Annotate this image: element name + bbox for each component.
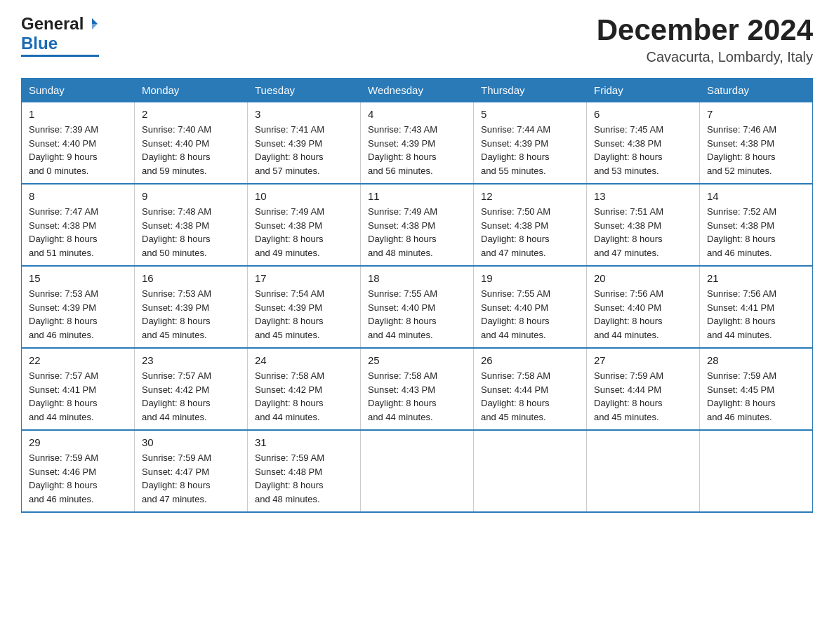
day-cell <box>587 430 700 512</box>
day-info: Sunrise: 7:54 AMSunset: 4:39 PMDaylight:… <box>255 287 353 342</box>
day-cell: 20Sunrise: 7:56 AMSunset: 4:40 PMDayligh… <box>587 266 700 348</box>
day-info: Sunrise: 7:46 AMSunset: 4:38 PMDaylight:… <box>707 123 805 177</box>
day-cell: 21Sunrise: 7:56 AMSunset: 4:41 PMDayligh… <box>700 266 813 348</box>
day-cell: 8Sunrise: 7:47 AMSunset: 4:38 PMDaylight… <box>22 184 135 266</box>
day-info: Sunrise: 7:58 AMSunset: 4:44 PMDaylight:… <box>481 369 579 424</box>
day-info: Sunrise: 7:53 AMSunset: 4:39 PMDaylight:… <box>29 287 127 342</box>
page-header: General Blue December 2024 Cavacurta, Lo… <box>21 14 813 65</box>
svg-marker-0 <box>92 18 98 24</box>
day-number: 31 <box>255 436 353 448</box>
week-row-5: 29Sunrise: 7:59 AMSunset: 4:46 PMDayligh… <box>22 430 813 512</box>
day-number: 22 <box>29 354 127 366</box>
day-number: 21 <box>707 272 805 284</box>
day-cell: 2Sunrise: 7:40 AMSunset: 4:40 PMDaylight… <box>135 102 248 185</box>
day-number: 15 <box>29 272 127 284</box>
day-cell: 14Sunrise: 7:52 AMSunset: 4:38 PMDayligh… <box>700 184 813 266</box>
day-info: Sunrise: 7:59 AMSunset: 4:46 PMDaylight:… <box>29 451 127 506</box>
day-number: 30 <box>142 436 240 448</box>
logo-container: General Blue <box>21 14 99 57</box>
header-day-sunday: Sunday <box>22 79 135 102</box>
header-day-saturday: Saturday <box>700 79 813 102</box>
header-day-thursday: Thursday <box>474 79 587 102</box>
day-number: 3 <box>255 108 353 120</box>
logo-top-line: General <box>21 14 99 34</box>
day-cell: 25Sunrise: 7:58 AMSunset: 4:43 PMDayligh… <box>361 348 474 430</box>
day-info: Sunrise: 7:50 AMSunset: 4:38 PMDaylight:… <box>481 205 579 260</box>
day-number: 24 <box>255 354 353 366</box>
day-cell: 22Sunrise: 7:57 AMSunset: 4:41 PMDayligh… <box>22 348 135 430</box>
day-number: 19 <box>481 272 579 284</box>
day-cell: 15Sunrise: 7:53 AMSunset: 4:39 PMDayligh… <box>22 266 135 348</box>
day-cell: 17Sunrise: 7:54 AMSunset: 4:39 PMDayligh… <box>248 266 361 348</box>
day-info: Sunrise: 7:52 AMSunset: 4:38 PMDaylight:… <box>707 205 805 260</box>
week-row-3: 15Sunrise: 7:53 AMSunset: 4:39 PMDayligh… <box>22 266 813 348</box>
page-title: December 2024 <box>597 14 813 46</box>
logo-bottom-line: Blue <box>21 34 99 53</box>
day-number: 4 <box>368 108 466 120</box>
day-number: 8 <box>29 190 127 202</box>
day-cell: 6Sunrise: 7:45 AMSunset: 4:38 PMDaylight… <box>587 102 700 185</box>
header-day-friday: Friday <box>587 79 700 102</box>
day-number: 1 <box>29 108 127 120</box>
day-info: Sunrise: 7:57 AMSunset: 4:41 PMDaylight:… <box>29 369 127 424</box>
day-number: 10 <box>255 190 353 202</box>
day-info: Sunrise: 7:44 AMSunset: 4:39 PMDaylight:… <box>481 123 579 177</box>
day-info: Sunrise: 7:58 AMSunset: 4:42 PMDaylight:… <box>255 369 353 424</box>
day-info: Sunrise: 7:59 AMSunset: 4:47 PMDaylight:… <box>142 451 240 506</box>
day-info: Sunrise: 7:45 AMSunset: 4:38 PMDaylight:… <box>594 123 692 177</box>
day-cell: 30Sunrise: 7:59 AMSunset: 4:47 PMDayligh… <box>135 430 248 512</box>
calendar-table: SundayMondayTuesdayWednesdayThursdayFrid… <box>21 78 813 513</box>
day-number: 12 <box>481 190 579 202</box>
day-info: Sunrise: 7:58 AMSunset: 4:43 PMDaylight:… <box>368 369 466 424</box>
day-info: Sunrise: 7:43 AMSunset: 4:39 PMDaylight:… <box>368 123 466 177</box>
logo-wordmark: General Blue <box>21 14 99 57</box>
day-cell <box>361 430 474 512</box>
logo-general-word: General <box>21 14 84 34</box>
day-cell: 24Sunrise: 7:58 AMSunset: 4:42 PMDayligh… <box>248 348 361 430</box>
logo-blue-word: Blue <box>21 34 58 53</box>
day-info: Sunrise: 7:55 AMSunset: 4:40 PMDaylight:… <box>368 287 466 342</box>
day-info: Sunrise: 7:39 AMSunset: 4:40 PMDaylight:… <box>29 123 127 177</box>
header-day-tuesday: Tuesday <box>248 79 361 102</box>
day-info: Sunrise: 7:53 AMSunset: 4:39 PMDaylight:… <box>142 287 240 342</box>
day-number: 6 <box>594 108 692 120</box>
day-info: Sunrise: 7:59 AMSunset: 4:45 PMDaylight:… <box>707 369 805 424</box>
day-cell: 1Sunrise: 7:39 AMSunset: 4:40 PMDaylight… <box>22 102 135 185</box>
day-cell: 9Sunrise: 7:48 AMSunset: 4:38 PMDaylight… <box>135 184 248 266</box>
week-row-4: 22Sunrise: 7:57 AMSunset: 4:41 PMDayligh… <box>22 348 813 430</box>
header-row: SundayMondayTuesdayWednesdayThursdayFrid… <box>22 79 813 102</box>
day-info: Sunrise: 7:48 AMSunset: 4:38 PMDaylight:… <box>142 205 240 260</box>
day-cell: 28Sunrise: 7:59 AMSunset: 4:45 PMDayligh… <box>700 348 813 430</box>
day-cell: 10Sunrise: 7:49 AMSunset: 4:38 PMDayligh… <box>248 184 361 266</box>
day-cell: 13Sunrise: 7:51 AMSunset: 4:38 PMDayligh… <box>587 184 700 266</box>
day-info: Sunrise: 7:51 AMSunset: 4:38 PMDaylight:… <box>594 205 692 260</box>
day-number: 16 <box>142 272 240 284</box>
day-number: 7 <box>707 108 805 120</box>
logo: General Blue <box>21 14 99 57</box>
day-info: Sunrise: 7:55 AMSunset: 4:40 PMDaylight:… <box>481 287 579 342</box>
day-number: 25 <box>368 354 466 366</box>
logo-bar <box>21 55 99 57</box>
day-number: 14 <box>707 190 805 202</box>
day-cell: 11Sunrise: 7:49 AMSunset: 4:38 PMDayligh… <box>361 184 474 266</box>
day-number: 9 <box>142 190 240 202</box>
day-cell: 19Sunrise: 7:55 AMSunset: 4:40 PMDayligh… <box>474 266 587 348</box>
calendar-body: 1Sunrise: 7:39 AMSunset: 4:40 PMDaylight… <box>22 102 813 513</box>
day-number: 17 <box>255 272 353 284</box>
day-info: Sunrise: 7:49 AMSunset: 4:38 PMDaylight:… <box>255 205 353 260</box>
header-day-monday: Monday <box>135 79 248 102</box>
day-number: 28 <box>707 354 805 366</box>
day-number: 23 <box>142 354 240 366</box>
day-number: 5 <box>481 108 579 120</box>
day-info: Sunrise: 7:57 AMSunset: 4:42 PMDaylight:… <box>142 369 240 424</box>
day-number: 2 <box>142 108 240 120</box>
day-number: 11 <box>368 190 466 202</box>
page-subtitle: Cavacurta, Lombardy, Italy <box>597 49 813 65</box>
day-info: Sunrise: 7:40 AMSunset: 4:40 PMDaylight:… <box>142 123 240 177</box>
week-row-2: 8Sunrise: 7:47 AMSunset: 4:38 PMDaylight… <box>22 184 813 266</box>
day-cell: 12Sunrise: 7:50 AMSunset: 4:38 PMDayligh… <box>474 184 587 266</box>
day-info: Sunrise: 7:47 AMSunset: 4:38 PMDaylight:… <box>29 205 127 260</box>
day-cell: 31Sunrise: 7:59 AMSunset: 4:48 PMDayligh… <box>248 430 361 512</box>
day-cell: 16Sunrise: 7:53 AMSunset: 4:39 PMDayligh… <box>135 266 248 348</box>
day-number: 29 <box>29 436 127 448</box>
